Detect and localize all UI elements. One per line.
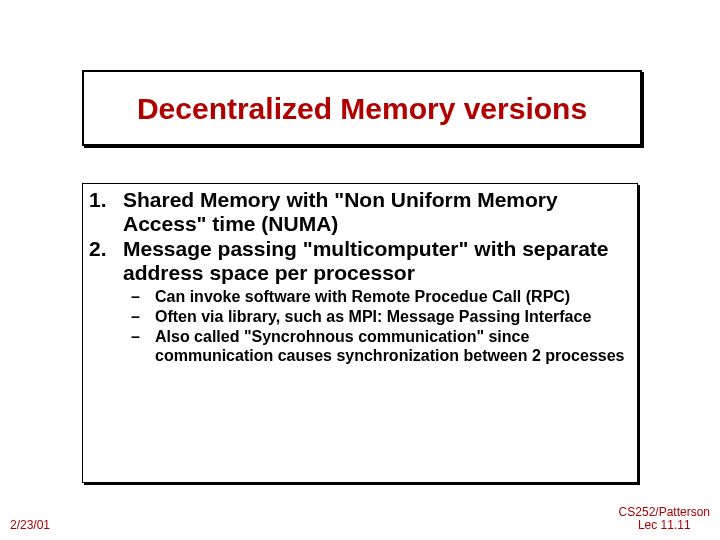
list-text: Shared Memory with "Non Uniform Memory A… <box>123 188 631 236</box>
bullet-dash-icon: – <box>131 328 155 346</box>
sub-text: Also called "Syncrohnous communication" … <box>155 328 631 365</box>
bullet-dash-icon: – <box>131 288 155 306</box>
list-number: 1. <box>89 188 123 212</box>
slide-title: Decentralized Memory versions <box>137 92 587 125</box>
sub-text: Can invoke software with Remote Procedue… <box>155 288 631 306</box>
list-item: 2. Message passing "multicomputer" with … <box>89 237 631 285</box>
bullet-dash-icon: – <box>131 308 155 326</box>
body-box: 1. Shared Memory with "Non Uniform Memor… <box>82 183 638 483</box>
sub-item: – Also called "Syncrohnous communication… <box>131 328 631 365</box>
title-box: Decentralized Memory versions <box>82 70 642 146</box>
sub-text: Often via library, such as MPI: Message … <box>155 308 631 326</box>
list-item: 1. Shared Memory with "Non Uniform Memor… <box>89 188 631 236</box>
footer-course-info: CS252/Patterson Lec 11.11 <box>619 506 710 532</box>
sub-item: – Can invoke software with Remote Proced… <box>131 288 631 306</box>
footer-lecture: Lec 11.11 <box>619 519 710 532</box>
sub-item: – Often via library, such as MPI: Messag… <box>131 308 631 326</box>
list-text: Message passing "multicomputer" with sep… <box>123 237 631 285</box>
list-number: 2. <box>89 237 123 261</box>
footer-date: 2/23/01 <box>10 518 50 532</box>
footer-course: CS252/Patterson <box>619 506 710 519</box>
